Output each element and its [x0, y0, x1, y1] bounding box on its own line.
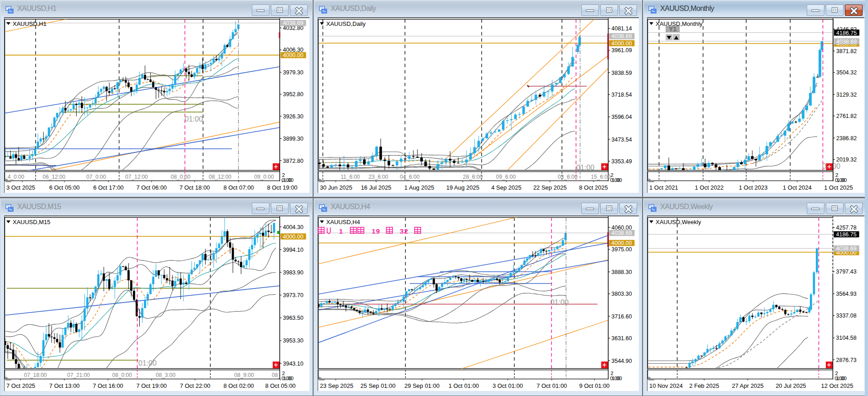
- svg-text:8 Oct 02:00: 8 Oct 02:00: [223, 382, 254, 389]
- svg-text:1 Oct 2023: 1 Oct 2023: [739, 184, 768, 191]
- svg-text:1: 1: [339, 227, 343, 235]
- svg-text:23_6:00: 23_6:00: [368, 174, 388, 180]
- svg-text:3952.80: 3952.80: [283, 91, 304, 98]
- svg-text:08_0:00: 08_0:00: [171, 174, 191, 180]
- svg-text:3803.30: 3803.30: [612, 291, 632, 297]
- svg-text:6 Oct 17:00: 6 Oct 17:00: [93, 184, 123, 191]
- svg-text:XAUUSD,H4: XAUUSD,H4: [326, 219, 360, 225]
- svg-text:1.00: 1.00: [612, 177, 622, 183]
- svg-text:7 Oct 01:00: 7 Oct 01:00: [536, 382, 567, 389]
- svg-text:3943.10: 3943.10: [283, 361, 304, 367]
- svg-text:08_9:00: 08_9:00: [234, 372, 254, 378]
- svg-text:01:00: 01:00: [550, 298, 569, 306]
- svg-text:07_0:00: 07_0:00: [86, 174, 106, 180]
- svg-text:1.00: 1.00: [284, 177, 294, 183]
- svg-text:3975.00: 3975.00: [612, 246, 632, 253]
- svg-text:4000.00: 4000.00: [283, 52, 304, 59]
- svg-text:3888.30: 3888.30: [612, 269, 632, 275]
- svg-text:4186.75: 4186.75: [836, 30, 857, 36]
- svg-text:3872.80: 3872.80: [283, 158, 304, 164]
- svg-text:19: 19: [372, 227, 380, 235]
- svg-text:3979.30: 3979.30: [283, 69, 304, 76]
- svg-text:2 Feb 2025: 2 Feb 2025: [689, 382, 719, 389]
- svg-text:4081.14: 4081.14: [612, 25, 632, 32]
- svg-text:1 Oct 2025: 1 Oct 2025: [824, 184, 853, 191]
- svg-text:3963.50: 3963.50: [283, 315, 304, 321]
- svg-text:3337.08: 3337.08: [836, 313, 857, 319]
- svg-text:3564.93: 3564.93: [836, 291, 857, 297]
- svg-text:1 Oct 2021: 1 Oct 2021: [649, 184, 678, 191]
- svg-text:11_6:00: 11_6:00: [341, 174, 360, 180]
- svg-text:03_6:00: 03_6:00: [558, 174, 578, 180]
- svg-text:3353.49: 3353.49: [612, 158, 632, 165]
- svg-text:3631.60: 3631.60: [612, 335, 632, 342]
- svg-text:3473.54: 3473.54: [612, 137, 632, 143]
- svg-text:3 Oct 01:00: 3 Oct 01:00: [492, 382, 523, 389]
- svg-text:7 Oct 19:00: 7 Oct 19:00: [136, 382, 167, 389]
- svg-text:08_: 08_: [272, 372, 281, 378]
- svg-text:3871.82: 3871.82: [836, 48, 857, 54]
- svg-text:07_18:00: 07_18:00: [24, 372, 47, 378]
- svg-text:4038.69: 4038.69: [612, 230, 632, 236]
- svg-text:4038.69: 4038.69: [612, 33, 632, 39]
- svg-text:07_12:00: 07_12:00: [125, 174, 148, 180]
- svg-text:28_6:00: 28_6:00: [463, 174, 483, 180]
- svg-text:XAUUSD,H1: XAUUSD,H1: [13, 20, 46, 27]
- svg-text:4000.00: 4000.00: [612, 240, 632, 246]
- svg-text:4186.75: 4186.75: [836, 231, 857, 238]
- svg-text:08_12:00: 08_12:00: [209, 174, 231, 180]
- svg-text:3504.32: 3504.32: [836, 69, 857, 76]
- svg-text:7 Oct 2025: 7 Oct 2025: [6, 382, 35, 389]
- svg-text:3596.04: 3596.04: [612, 114, 632, 120]
- svg-text:7 Oct 22:00: 7 Oct 22:00: [180, 382, 210, 389]
- svg-text:29 Sep 01:00: 29 Sep 01:00: [404, 382, 439, 389]
- svg-text:XAUUSD,M15: XAUUSD,M15: [13, 219, 50, 225]
- svg-text:1 Oct 2022: 1 Oct 2022: [695, 184, 724, 191]
- svg-text:3926.30: 3926.30: [283, 113, 304, 120]
- svg-text:3953.30: 3953.30: [283, 337, 304, 344]
- svg-text:01:00: 01:00: [138, 359, 157, 367]
- svg-text:09_6:00: 09_6:00: [496, 174, 516, 180]
- svg-text:3983.90: 3983.90: [283, 269, 304, 276]
- svg-text:7 Oct 18:00: 7 Oct 18:00: [179, 184, 210, 191]
- svg-text:07_21:00: 07_21:00: [67, 372, 90, 378]
- svg-text:01:00: 01:00: [185, 115, 203, 123]
- svg-text:4_0:00: 4_0:00: [8, 174, 25, 180]
- svg-text:3718.54: 3718.54: [612, 92, 632, 98]
- svg-text:3544.90: 3544.90: [612, 358, 632, 364]
- svg-text:4257.78: 4257.78: [836, 225, 857, 231]
- svg-text:7 Oct 16:00: 7 Oct 16:00: [93, 382, 123, 389]
- svg-text:8 Oct 19:00: 8 Oct 19:00: [267, 184, 297, 191]
- svg-text:4038.69: 4038.69: [836, 39, 857, 45]
- svg-text:8 Oct 07:00: 8 Oct 07:00: [223, 184, 254, 191]
- svg-text:3716.60: 3716.60: [612, 313, 632, 320]
- svg-text:3994.10: 3994.10: [283, 247, 304, 253]
- svg-text:04_6:00: 04_6:00: [400, 174, 420, 180]
- svg-text:2386.82: 2386.82: [836, 135, 857, 142]
- svg-text:3 Oct 2025: 3 Oct 2025: [6, 184, 35, 191]
- svg-text:3973.70: 3973.70: [283, 292, 304, 298]
- svg-text:22 Sep 2025: 22 Sep 2025: [533, 184, 567, 191]
- svg-text:3797.43: 3797.43: [836, 269, 857, 275]
- svg-text:2761.82: 2761.82: [836, 113, 857, 119]
- svg-text:4000.00: 4000.00: [612, 40, 632, 47]
- svg-text:8 Oct 05:00: 8 Oct 05:00: [265, 382, 295, 389]
- svg-text:12 Oct 2025: 12 Oct 2025: [821, 382, 853, 389]
- svg-text:30 Jun 2025: 30 Jun 2025: [320, 184, 353, 191]
- svg-text:10 Nov 2024: 10 Nov 2024: [649, 382, 683, 389]
- svg-text:2876.73: 2876.73: [836, 357, 857, 363]
- svg-text:1.00: 1.00: [612, 376, 622, 381]
- svg-text:19 Aug 2025: 19 Aug 2025: [446, 184, 479, 191]
- svg-text:7 Oct 06:00: 7 Oct 06:00: [136, 184, 167, 191]
- svg-text:3129.32: 3129.32: [836, 92, 857, 98]
- svg-text:1 Oct 01:00: 1 Oct 01:00: [448, 382, 479, 389]
- svg-text:XAUUSD,Daily: XAUUSD,Daily: [326, 20, 366, 27]
- svg-text:4004.30: 4004.30: [283, 224, 304, 230]
- svg-text:16 Jul 2025: 16 Jul 2025: [361, 184, 391, 191]
- svg-text:01:00: 01:00: [576, 164, 594, 171]
- svg-text:4000.00: 4000.00: [283, 234, 304, 240]
- svg-text:09_0:00: 09_0:00: [254, 174, 274, 180]
- svg-text:27 Apr 2025: 27 Apr 2025: [732, 382, 764, 389]
- svg-text:8 Oct 2025: 8 Oct 2025: [579, 184, 608, 191]
- svg-text:1.00: 1.00: [284, 376, 294, 381]
